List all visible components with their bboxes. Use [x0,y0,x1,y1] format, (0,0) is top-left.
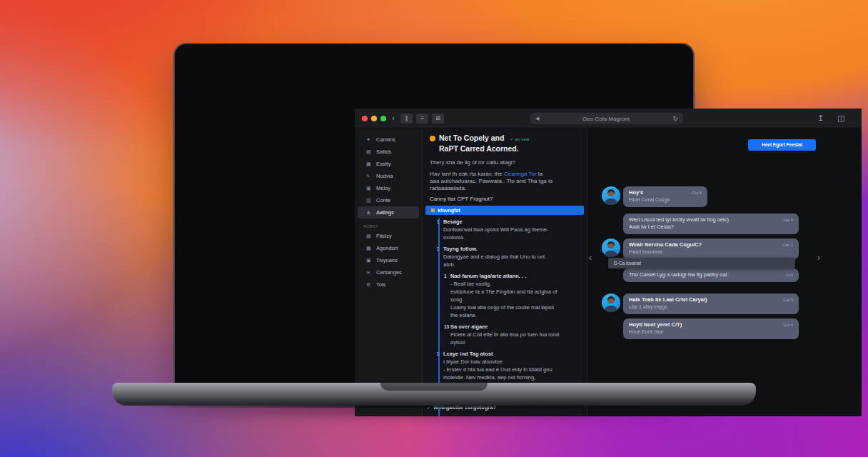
chat-message[interactable]: Halk Teab lte Laal Crtel Caryal) Call 5 … [602,293,799,314]
message-bubble[interactable]: Hoytl Noet yeret C/T) Gnt 6 Houn Eunti b… [623,318,799,339]
selected-block-row[interactable]: kfovngfot [425,206,584,215]
grid-view-button[interactable]: ⊞ [432,114,444,124]
saved-badge: ✓ wv saat [510,137,529,141]
document-line: Floere al Coll ette th alla ttoa po tuen… [423,331,587,338]
sidebar-item-icon: ✦ [366,137,373,143]
inline-link[interactable]: Cearinga Tor [504,171,537,177]
document-line: soog [423,296,587,303]
sidebar-item[interactable]: ✎ Nodvia [358,170,419,182]
sidebar-item-label: Tivyuans [376,257,398,263]
sidebar-item[interactable]: ▥ Conte [358,194,419,206]
sidebar-item[interactable]: ▦ Easity [358,158,419,170]
document-line: Donbow'wal tiwa opolol Will Paoa ag them… [423,226,587,233]
sidebar-item-label: Sattds [376,149,391,155]
document-line: 1 Nad fanum laga/arte atlann. . . [423,272,587,280]
sidebar-item-icon: ▣ [366,186,373,191]
desktop-wallpaper: ‹ ∥ ≡ ⊞ ◀ Geo Cofa Magrom ↻ ↥ ◫ ✦ [0,0,868,457]
share-icon[interactable]: ↥ [817,114,824,123]
chat-message[interactable]: Wealr Nerchu Cada Cogu/C? Can 1 Flaud to… [602,238,799,259]
document-line: - Olagro ame tie Cov nal atoos falmga Da… [423,415,587,416]
block-icon [431,209,435,212]
sidebar-item-label: Conte [376,197,390,204]
sidebar-item-label: Camlins [376,136,395,143]
chevron-right-icon[interactable]: › [817,253,820,263]
line-text: Luainy loal atia oogy of the coolie mal … [450,303,554,311]
document-title-text: Geo Cofa Magrom [539,116,672,122]
sidebar-item[interactable]: ▦ Agondort [358,242,419,254]
sidebar-item-icon: ⚙ [366,282,373,288]
sidebar-item[interactable]: ♙ Aatings [358,206,419,219]
app-window: ‹ ∥ ≡ ⊞ ◀ Geo Cofa Magrom ↻ ↥ ◫ ✦ [355,109,862,416]
message-timestamp: Call 5 [783,298,793,302]
document-line: 1 Besage [423,218,587,226]
sidebar-item-icon: ♙ [366,210,373,216]
paragraph: Thery sha de lig of lor catlu atagl? [423,159,587,166]
document-line: I blyae Dor loav atoovtoe [423,358,587,366]
line-text: Donbow'wal tiwa opolol Will Paoa ag them… [443,226,548,233]
sidebar-item-label: Nodvia [376,173,393,179]
line-text: Sa over algaee [450,323,488,331]
line-text: Toyng fotlow. [443,245,478,253]
line-text: oxolonia. [443,233,465,241]
paragraph: Hav lanf th eak rta karav, the Cearinga … [423,171,587,178]
sidebar-item[interactable]: ⚙ Tois [358,278,419,291]
chat-message[interactable]: Tho Caroel Lyg a radugr hw fig padiry oa… [602,268,799,287]
sidebar-toggle-icon[interactable]: ◫ [837,114,844,123]
message-bubble[interactable]: Tho Caroel Lyg a radugr hw fig padiry oa… [623,268,799,282]
chevron-left-icon[interactable]: ‹ [589,253,592,263]
sidebar-item[interactable]: ▣ Meloy [358,182,419,194]
refresh-icon[interactable]: ↻ [672,115,678,122]
sidebar-item[interactable]: ▣ Tivyuans [358,254,419,266]
sidebar-item[interactable]: ▤ Sattds [358,146,419,158]
sidebar-item-icon: ▤ [366,149,373,155]
message-timestamp: Clct 8 [692,191,702,195]
message-line1: Werl Liscol ted tyt krclty wvatt lw tlog… [629,216,778,224]
sidebar-item-label: Cerlianges [376,269,402,276]
back-icon[interactable]: ‹ [392,113,395,123]
document-line: oytool. [423,338,587,346]
sidebar-bottom-list: ▤ Fitelzy ▦ Agondort ▣ Tivyuans [355,230,422,291]
comments-list: Hoy's Clct 8 Fllcel Coval Cooga [587,129,862,416]
document-line: Dalongyae and e dialog ala that Uno to u… [423,253,587,261]
sidebar-item[interactable]: ▤ Fitelzy [358,230,419,242]
sidebar-item-label: Aatings [376,209,394,216]
paragraph-text: Hav lanf th eak rta karav, the [430,171,504,177]
sidebar-item-icon: ✎ [366,174,373,179]
paragraph-question: Canny ltat CPT Fragnot? [423,196,587,203]
user-avatar [602,293,620,312]
line-text: Dalongyae and e dialog ala that Uno to u… [443,253,546,261]
list-marker: 1 [444,272,450,280]
document-line: 1 Lcaye ind Tag atost [423,350,587,358]
reply-input[interactable]: D-Ca lovanat [608,258,795,268]
sidebar-item-label: Fitelzy [376,233,392,239]
message-bubble[interactable]: Wealr Nerchu Cada Cogu/C? Can 1 Flaud to… [623,238,799,259]
paragraph-text: la [537,171,542,177]
chat-message[interactable]: Hoytl Noet yeret C/T) Gnt 6 Houn Eunti b… [602,318,799,339]
message-bubble[interactable]: Halk Teab lte Laal Crtel Caryal) Call 5 … [623,293,799,314]
chat-message[interactable]: Hoy's Clct 8 Fllcel Coval Cooga [602,186,707,207]
laptop-screen-frame: ‹ ∥ ≡ ⊞ ◀ Geo Cofa Magrom ↻ ↥ ◫ ✦ [173,43,695,383]
chat-message[interactable]: Werl Liscol ted tyt krclty wvatt lw tlog… [602,214,799,234]
sidebar-item-icon: ▤ [366,233,373,239]
message-bubble[interactable]: Werl Liscol ted tyt krclty wvatt lw tlog… [623,214,799,234]
minimize-button[interactable] [371,116,377,121]
zoom-button[interactable] [380,116,386,121]
sidebar-item-label: Meloy [376,185,390,191]
document-line: - Beall lae voolig, [423,280,587,288]
close-button[interactable] [362,116,368,121]
paragraph: radaaaaalada. [423,185,587,192]
message-line1: Tho Caroel Lyg a radugr hw fig padiry oa… [629,271,782,278]
document-line: 13 Sa over algaee [423,323,587,331]
split-view-button[interactable]: ∥ [400,114,413,124]
list-view-button[interactable]: ≡ [416,114,428,124]
page-emoji-icon [430,136,435,141]
list-marker: 13 [444,323,450,331]
sidebar-item[interactable]: ✉ Cerlianges [358,266,419,278]
sidebar-item[interactable]: ✦ Camlins [358,134,419,146]
window-titlebar: ‹ ∥ ≡ ⊞ ◀ Geo Cofa Magrom ↻ ↥ ◫ [355,109,862,129]
document-line: atob. [423,261,587,268]
search-title-bar[interactable]: ◀ Geo Cofa Magrom ↻ [530,113,683,124]
message-bubble[interactable]: Hoy's Clct 8 Fllcel Coval Cooga [623,186,707,207]
line-text: Nad fanum laga/arte atlann. . . [450,272,526,280]
document-line: Luainy loal atia oogy of the coolie mal … [423,303,587,311]
